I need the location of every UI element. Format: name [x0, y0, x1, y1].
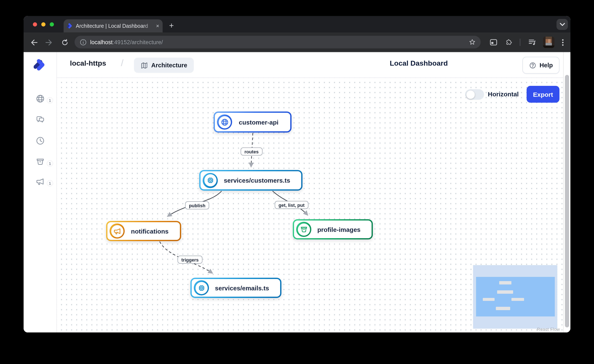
nav-architecture-button[interactable]: Architecture	[134, 58, 194, 73]
flow-minimap[interactable]	[473, 265, 557, 329]
tab-close-icon[interactable]: ×	[156, 23, 159, 29]
menu-dots-icon[interactable]	[560, 32, 566, 52]
traffic-light-zoom[interactable]	[50, 22, 54, 26]
help-icon	[529, 62, 536, 69]
minimap-node	[497, 290, 513, 294]
clock-icon	[36, 136, 45, 145]
browser-toolbar: localhost:49152/architecture/	[24, 32, 570, 52]
badge: 1	[47, 160, 53, 167]
sidebar: 1	[24, 52, 57, 332]
service-chip-icon	[194, 280, 209, 295]
encore-logo[interactable]	[34, 58, 47, 72]
screen: Architecture | Local Dashboard × +	[0, 0, 594, 364]
sidebar-item-buckets[interactable]: 1	[24, 157, 57, 174]
node-label: customer-api	[232, 118, 284, 126]
bucket-storage-icon	[296, 222, 311, 237]
main-column: local-https / Architecture Local Dashboa…	[57, 52, 563, 332]
browser-window: Architecture | Local Dashboard × +	[24, 16, 570, 332]
globe-icon	[36, 94, 45, 103]
sidebar-item-pubsub-topics[interactable]: 1	[24, 177, 57, 194]
traffic-light-minimize[interactable]	[41, 22, 46, 26]
app-header: local-https / Architecture Local Dashboa…	[57, 52, 563, 78]
minimap-node	[511, 298, 524, 301]
badge: 1	[47, 97, 53, 104]
back-button[interactable]	[29, 32, 39, 52]
service-chip-icon	[203, 173, 218, 188]
node-label: services/customers.ts	[218, 177, 295, 184]
help-label: Help	[540, 62, 553, 69]
edge-label-routes: routes	[241, 148, 262, 156]
bucket-icon	[36, 157, 45, 166]
site-info-icon[interactable]	[80, 39, 86, 45]
node-customer-api[interactable]: customer-api	[214, 111, 291, 133]
app-main: 1	[24, 52, 563, 332]
megaphone-icon	[36, 177, 45, 186]
chevron-down-icon	[560, 23, 565, 26]
edge-label-get-list-put: get, list, put	[275, 201, 308, 209]
forward-button[interactable]	[44, 32, 54, 52]
topic-megaphone-icon	[109, 223, 125, 239]
reload-button[interactable]	[60, 32, 70, 52]
url-bar[interactable]: localhost:49152/architecture/	[74, 36, 481, 48]
url-text: localhost:49152/architecture/	[90, 39, 163, 45]
node-services-emails[interactable]: services/emails.ts	[190, 278, 281, 298]
scrollbar-thumb[interactable]	[565, 75, 569, 327]
breadcrumb-project: local-https	[70, 59, 106, 68]
tab-title: Architecture | Local Dashboard	[76, 23, 153, 29]
node-label: services/emails.ts	[209, 284, 274, 291]
minimap-node	[483, 298, 495, 301]
new-tab-button[interactable]: +	[167, 21, 176, 30]
node-notifications[interactable]: notifications	[106, 221, 181, 241]
export-button[interactable]: Export	[526, 86, 560, 103]
minimap-node	[499, 281, 511, 285]
horizontal-toggle-label: Horizontal	[488, 91, 519, 98]
minimap-node	[496, 307, 510, 310]
minimap-viewport	[476, 277, 555, 316]
app-content: 1	[24, 52, 570, 332]
node-label: profile-images	[311, 226, 366, 233]
traffic-light-close[interactable]	[33, 22, 37, 26]
node-label: notifications	[125, 228, 174, 234]
api-globe-icon	[217, 114, 232, 130]
flow-canvas[interactable]: Horizontal Export customer-api	[57, 78, 563, 332]
node-profile-images[interactable]: profile-images	[293, 219, 373, 240]
breadcrumb-separator: /	[121, 58, 123, 69]
edge-label-triggers: triggers	[178, 256, 202, 264]
bookmark-star-icon[interactable]	[469, 39, 476, 46]
node-services-customers[interactable]: services/customers.ts	[199, 170, 303, 191]
help-button[interactable]: Help	[522, 57, 560, 74]
horizontal-toggle[interactable]	[465, 89, 484, 100]
edge-label-publish: publish	[185, 201, 209, 209]
page-scrollbar[interactable]	[563, 52, 570, 332]
profile-avatar[interactable]	[543, 37, 554, 48]
toggle-knob	[466, 90, 475, 99]
extensions-puzzle-icon[interactable]	[505, 32, 513, 52]
tab-search-button[interactable]	[556, 19, 568, 30]
tab-favicon	[67, 23, 73, 29]
sidebar-item-cron[interactable]	[24, 136, 57, 153]
browser-tab[interactable]: Architecture | Local Dashboard ×	[64, 19, 163, 32]
dashboard-title: Local Dashboard	[390, 59, 448, 68]
sidebar-item-pubsub-chat[interactable]	[24, 115, 57, 132]
toolbar-separator	[520, 39, 520, 46]
media-controls-icon[interactable]	[528, 32, 536, 52]
chat-icon	[36, 115, 45, 124]
map-icon	[141, 62, 148, 69]
tab-strip: Architecture | Local Dashboard × +	[24, 16, 570, 32]
reactflow-attribution: React Flow	[537, 326, 560, 332]
sidebar-item-apis[interactable]: 1	[24, 94, 57, 111]
sidebar-panel-icon[interactable]	[489, 32, 498, 52]
badge: 1	[47, 180, 53, 186]
nav-architecture-label: Architecture	[151, 62, 187, 69]
